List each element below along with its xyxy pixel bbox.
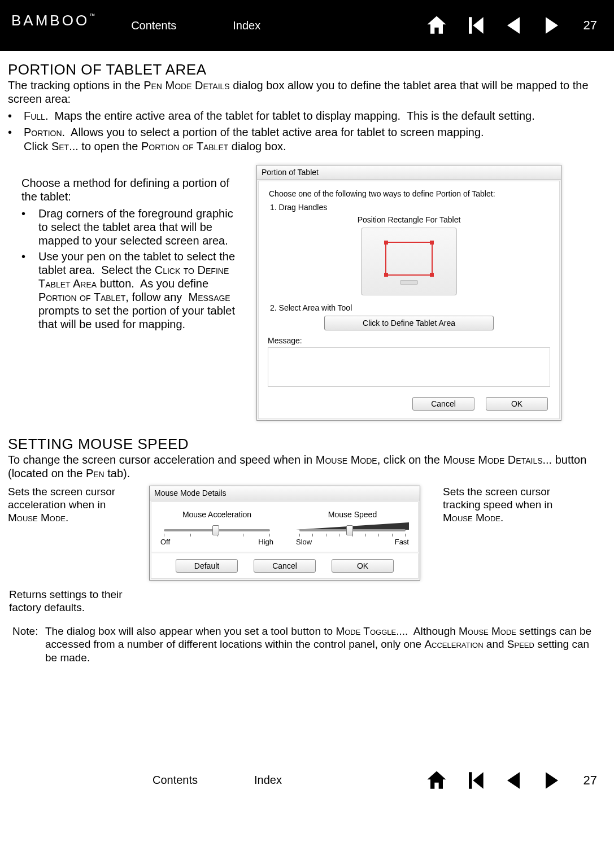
section1-list: •Full. Maps the entire active area of th… (8, 109, 606, 154)
bullet-full: •Full. Maps the entire active area of th… (8, 109, 606, 123)
drag-rectangle[interactable] (385, 242, 433, 276)
dialog2-title: Mouse Mode Details (150, 486, 420, 500)
speed-slider[interactable] (299, 529, 406, 531)
page-content: PORTION OF TABLET AREA The tracking opti… (0, 51, 614, 687)
home-icon[interactable] (424, 13, 449, 38)
accel-note: Sets the screen cursor acceleration when… (8, 486, 138, 524)
header-bar: BAMBOO™ ONE Contents Index 27 (0, 0, 614, 51)
prev-page-icon[interactable] (501, 13, 526, 38)
accel-slider[interactable] (164, 529, 270, 531)
dialog1-title: Portion of Tablet (257, 165, 561, 180)
speed-thumb[interactable] (346, 525, 353, 535)
nav-links-bottom: Contents Index (153, 774, 282, 787)
footer-bar: Contents Index 27 (0, 755, 614, 806)
choose-method-block: Choose a method for defining a portion o… (8, 165, 245, 421)
speed-label: Mouse Speed (296, 510, 409, 519)
speed-slider-block: Mouse Speed SlowFast (296, 510, 409, 546)
section2-intro: To change the screen cursor acceleration… (8, 453, 606, 480)
contents-link[interactable]: Contents (131, 19, 176, 32)
drag-handle-bl[interactable] (384, 273, 388, 277)
default-button[interactable]: Default (176, 559, 238, 573)
prev-page-icon[interactable] (501, 768, 526, 793)
tablet-graphic[interactable] (361, 228, 457, 295)
drag-handle-tl[interactable] (384, 241, 388, 245)
tablet-foot (400, 280, 418, 285)
drag-handle-tr[interactable] (430, 241, 434, 245)
logo-main: BAMBOO (11, 12, 89, 29)
index-link[interactable]: Index (233, 19, 260, 32)
dialog1-instr: Choose one of the following two ways to … (269, 189, 551, 198)
section1-title: PORTION OF TABLET AREA (8, 61, 606, 78)
dialog1-position-label: Position Rectangle For Tablet (267, 215, 551, 224)
dialog1-ok-button[interactable]: OK (486, 397, 548, 411)
note-label: Note: (12, 625, 45, 665)
method-pen: • Use your pen on the tablet to select t… (21, 250, 245, 331)
dialog1-message-label: Message: (268, 336, 551, 345)
logo-sub: ONE (43, 29, 97, 38)
dialog2-cancel-button[interactable]: Cancel (254, 559, 316, 573)
choose-text: Choose a method for defining a portion o… (21, 176, 245, 203)
nav-links-top: Contents Index (131, 19, 260, 32)
click-to-define-button[interactable]: Click to Define Tablet Area (324, 316, 494, 330)
dialog2-ok-button[interactable]: OK (332, 559, 394, 573)
page-number-bottom: 27 (583, 773, 597, 788)
portion-of-tablet-dialog: Portion of Tablet Choose one of the foll… (256, 165, 561, 421)
speed-min: Slow (296, 538, 312, 546)
accel-max: High (258, 538, 273, 546)
nav-icons-top: 27 (424, 13, 597, 38)
default-note: Returns settings to their factory defaul… (8, 588, 138, 614)
first-page-icon[interactable] (463, 768, 487, 793)
dialog1-cancel-button[interactable]: Cancel (412, 397, 474, 411)
mouse-mode-dialog: Mouse Mode Details Mouse Acceleration Of… (149, 486, 420, 581)
home-icon[interactable] (424, 768, 449, 793)
next-page-icon[interactable] (539, 768, 564, 793)
accel-min: Off (160, 538, 170, 546)
next-page-icon[interactable] (539, 13, 564, 38)
accel-thumb[interactable] (212, 525, 219, 535)
contents-link-bottom[interactable]: Contents (153, 774, 198, 787)
method-drag: •Drag corners of the foreground graphic … (21, 207, 245, 247)
note-block: Note: The dialog box will also appear wh… (8, 625, 606, 665)
accel-slider-block: Mouse Acceleration OffHigh (160, 510, 273, 546)
logo: BAMBOO™ ONE (11, 13, 97, 38)
index-link-bottom[interactable]: Index (254, 774, 282, 787)
page-number-top: 27 (583, 18, 597, 33)
dialog1-section1-label: 1. Drag Handles (270, 203, 551, 212)
speed-max: Fast (395, 538, 409, 546)
accel-label: Mouse Acceleration (160, 510, 273, 519)
drag-handle-br[interactable] (430, 273, 434, 277)
section1-intro: The tracking options in the Pen Mode Det… (8, 78, 606, 106)
speed-note: Sets the screen cursor tracking speed wh… (443, 486, 573, 524)
first-page-icon[interactable] (463, 13, 487, 38)
bullet-portion: • Portion. Allows you to select a portio… (8, 125, 606, 154)
section2-title: SETTING MOUSE SPEED (8, 435, 606, 453)
logo-tm: ™ (89, 12, 97, 19)
nav-icons-bottom: 27 (424, 768, 597, 793)
dialog1-message-box (268, 347, 550, 387)
dialog1-section2-label: 2. Select Area with Tool (270, 303, 551, 312)
